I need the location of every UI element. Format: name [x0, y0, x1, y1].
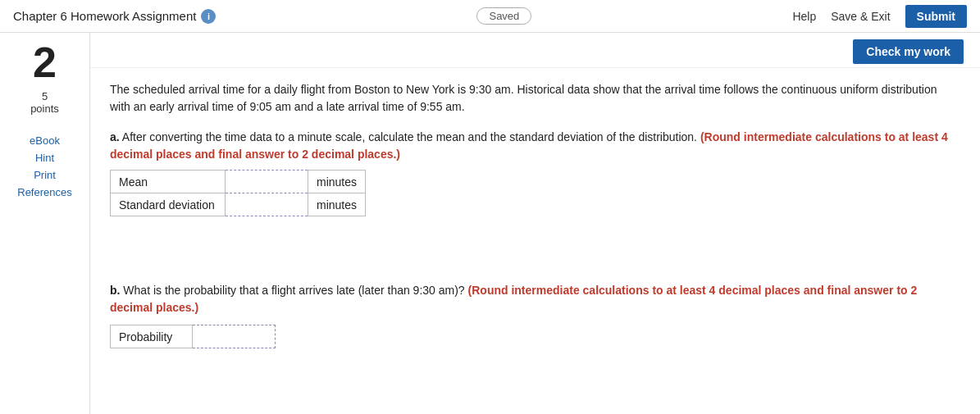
question-content: The scheduled arrival time for a daily f…	[90, 68, 980, 362]
content-area[interactable]: Check my work The scheduled arrival time…	[90, 33, 980, 414]
header-right: Help Save & Exit Submit	[792, 5, 967, 28]
save-exit-button[interactable]: Save & Exit	[831, 10, 890, 23]
sidebar-links: eBook Hint Print References	[0, 134, 89, 198]
header-center: Saved	[216, 7, 792, 25]
check-my-work-button[interactable]: Check my work	[853, 39, 964, 64]
mean-input[interactable]	[234, 175, 299, 189]
stddev-label: Standard deviation	[111, 193, 226, 216]
stddev-input[interactable]	[234, 198, 299, 212]
ebook-link[interactable]: eBook	[30, 134, 60, 147]
probability-table: Probability	[110, 325, 276, 348]
prob-input-cell[interactable]	[193, 325, 276, 348]
question-number: 2	[33, 41, 57, 84]
help-link[interactable]: Help	[792, 10, 816, 23]
check-my-work-bar: Check my work	[90, 33, 980, 68]
prob-label: Probability	[111, 325, 193, 348]
part-a-bold: a.	[110, 130, 120, 143]
header-title-area: Chapter 6 Homework Assignment i	[13, 9, 216, 24]
left-panel: 2 5 points eBook Hint Print References	[0, 33, 90, 414]
part-b-section: b. What is the probability that a flight…	[110, 282, 960, 348]
mean-label: Mean	[111, 171, 226, 193]
print-link[interactable]: Print	[34, 169, 56, 181]
part-a-table: Mean minutes Standard deviation minutes	[110, 170, 366, 216]
intro-text: The scheduled arrival time for a daily f…	[110, 81, 960, 116]
mean-input-cell[interactable]	[226, 171, 308, 193]
table-row: Standard deviation minutes	[111, 193, 366, 216]
hint-link[interactable]: Hint	[35, 152, 54, 164]
mean-unit: minutes	[308, 171, 366, 193]
submit-button[interactable]: Submit	[905, 5, 967, 28]
part-b-text: What is the probability that a flight ar…	[120, 284, 464, 297]
part-a-text: After converting the time data to a minu…	[120, 130, 697, 143]
stddev-unit: minutes	[308, 193, 366, 216]
page-title: Chapter 6 Homework Assignment	[13, 9, 196, 23]
part-a-label: a. After converting the time data to a m…	[110, 129, 960, 163]
saved-badge: Saved	[476, 7, 531, 25]
references-link[interactable]: References	[17, 186, 71, 198]
main-layout: 2 5 points eBook Hint Print References C…	[0, 33, 980, 414]
spacer	[110, 233, 960, 266]
header: Chapter 6 Homework Assignment i Saved He…	[0, 0, 980, 33]
part-b-label: b. What is the probability that a flight…	[110, 282, 960, 316]
stddev-input-cell[interactable]	[226, 193, 308, 216]
table-row: Mean minutes	[111, 171, 366, 193]
part-b-bold: b.	[110, 284, 120, 297]
points-label: 5 points	[30, 90, 59, 115]
table-row: Probability	[111, 325, 276, 348]
probability-input[interactable]	[201, 330, 267, 343]
info-icon[interactable]: i	[201, 9, 216, 24]
